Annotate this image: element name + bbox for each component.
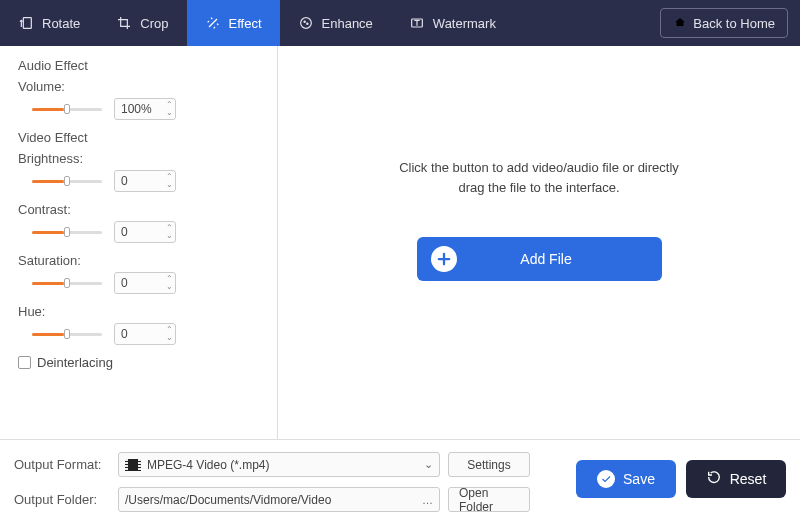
- volume-value: 100%: [115, 102, 163, 116]
- saturation-slider[interactable]: [32, 278, 102, 288]
- hue-label: Hue:: [18, 304, 259, 319]
- chevron-down-icon: ⌄: [424, 458, 433, 471]
- brightness-value: 0: [115, 174, 163, 188]
- drop-instructions: Click the button to add video/audio file…: [399, 158, 679, 197]
- volume-slider[interactable]: [32, 104, 102, 114]
- effect-icon: [205, 15, 221, 31]
- contrast-value: 0: [115, 225, 163, 239]
- tab-enhance[interactable]: Enhance: [280, 0, 391, 46]
- file-drop-zone[interactable]: Click the button to add video/audio file…: [278, 46, 800, 439]
- output-folder-field[interactable]: /Users/mac/Documents/Vidmore/Video …: [118, 487, 440, 512]
- main-area: Audio Effect Volume: 100% ⌃⌄ Video Effec…: [0, 46, 800, 439]
- enhance-icon: [298, 15, 314, 31]
- hue-input[interactable]: 0 ⌃⌄: [114, 323, 176, 345]
- audio-section-title: Audio Effect: [18, 58, 259, 73]
- saturation-value: 0: [115, 276, 163, 290]
- tab-effect[interactable]: Effect: [187, 0, 280, 46]
- add-file-button[interactable]: Add File: [417, 237, 662, 281]
- save-label: Save: [623, 471, 655, 487]
- settings-button[interactable]: Settings: [448, 452, 530, 477]
- reset-label: Reset: [730, 471, 767, 487]
- contrast-label: Contrast:: [18, 202, 259, 217]
- step-down[interactable]: ⌄: [166, 109, 173, 117]
- drop-line1: Click the button to add video/audio file…: [399, 158, 679, 178]
- reset-button[interactable]: Reset: [686, 460, 786, 498]
- svg-point-1: [300, 18, 311, 29]
- step-down[interactable]: ⌄: [166, 232, 173, 240]
- ellipsis-icon: …: [422, 494, 433, 506]
- output-folder-label: Output Folder:: [14, 492, 110, 507]
- tab-watermark[interactable]: Watermark: [391, 0, 514, 46]
- tab-label: Rotate: [42, 16, 80, 31]
- brightness-input[interactable]: 0 ⌃⌄: [114, 170, 176, 192]
- drop-line2: drag the file to the interface.: [399, 178, 679, 198]
- output-format-value: MPEG-4 Video (*.mp4): [147, 458, 418, 472]
- crop-icon: [116, 15, 132, 31]
- hue-slider[interactable]: [32, 329, 102, 339]
- output-folder-value: /Users/mac/Documents/Vidmore/Video: [125, 493, 416, 507]
- volume-label: Volume:: [18, 79, 259, 94]
- svg-point-3: [306, 23, 307, 24]
- saturation-label: Saturation:: [18, 253, 259, 268]
- open-folder-button[interactable]: Open Folder: [448, 487, 530, 512]
- step-down[interactable]: ⌄: [166, 181, 173, 189]
- home-icon: [673, 15, 687, 32]
- save-button[interactable]: Save: [576, 460, 676, 498]
- brightness-slider[interactable]: [32, 176, 102, 186]
- tab-label: Watermark: [433, 16, 496, 31]
- rotate-icon: [18, 15, 34, 31]
- volume-input[interactable]: 100% ⌃⌄: [114, 98, 176, 120]
- watermark-icon: [409, 15, 425, 31]
- tab-rotate[interactable]: Rotate: [0, 0, 98, 46]
- deinterlacing-label: Deinterlacing: [37, 355, 113, 370]
- tab-label: Enhance: [322, 16, 373, 31]
- top-toolbar: Rotate Crop Effect Enhance Watermark Bac…: [0, 0, 800, 46]
- tab-label: Effect: [229, 16, 262, 31]
- svg-point-2: [304, 21, 305, 22]
- bottom-bar: Output Format: MPEG-4 Video (*.mp4) ⌄ Se…: [0, 439, 800, 517]
- tab-label: Crop: [140, 16, 168, 31]
- contrast-slider[interactable]: [32, 227, 102, 237]
- output-format-select[interactable]: MPEG-4 Video (*.mp4) ⌄: [118, 452, 440, 477]
- saturation-input[interactable]: 0 ⌃⌄: [114, 272, 176, 294]
- deinterlacing-checkbox[interactable]: [18, 356, 31, 369]
- effect-sidebar: Audio Effect Volume: 100% ⌃⌄ Video Effec…: [0, 46, 278, 439]
- plus-icon: [431, 246, 457, 272]
- back-to-home-button[interactable]: Back to Home: [660, 8, 788, 38]
- step-down[interactable]: ⌄: [166, 334, 173, 342]
- tab-crop[interactable]: Crop: [98, 0, 186, 46]
- output-format-label: Output Format:: [14, 457, 110, 472]
- check-circle-icon: [597, 470, 615, 488]
- hue-value: 0: [115, 327, 163, 341]
- contrast-input[interactable]: 0 ⌃⌄: [114, 221, 176, 243]
- svg-rect-0: [23, 18, 31, 29]
- step-down[interactable]: ⌄: [166, 283, 173, 291]
- reset-icon: [706, 469, 722, 488]
- video-section-title: Video Effect: [18, 130, 259, 145]
- mp4-icon: [125, 459, 141, 471]
- brightness-label: Brightness:: [18, 151, 259, 166]
- back-home-label: Back to Home: [693, 16, 775, 31]
- add-file-label: Add File: [457, 251, 662, 267]
